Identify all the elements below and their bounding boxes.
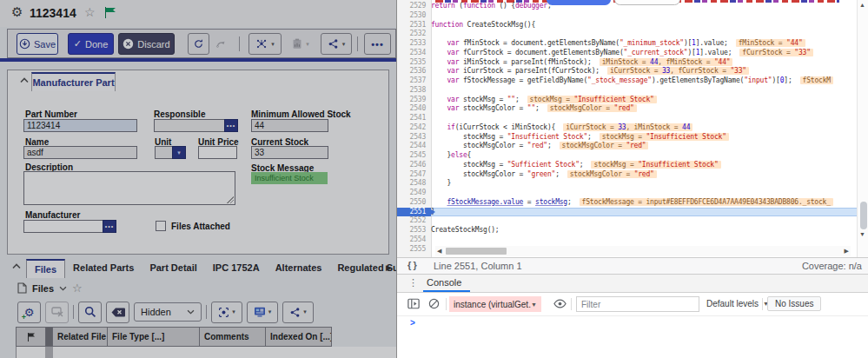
unit-input[interactable] (155, 146, 173, 159)
line-number[interactable]: 2542 (397, 123, 431, 133)
code-line-2547: 2547 stockMsgColor = "green";stockMsgCol… (397, 170, 857, 180)
line-number[interactable]: 2545 (397, 151, 431, 161)
line-number[interactable]: 2543 (397, 133, 431, 143)
name-input[interactable] (23, 146, 137, 159)
line-number[interactable]: 2551 (397, 208, 431, 217)
line-number[interactable]: 2553 (397, 226, 431, 235)
view-mode-button[interactable]: ▾ (247, 302, 278, 323)
line-number[interactable]: 2539 (397, 96, 431, 105)
console-prompt-chevron[interactable]: > (410, 318, 415, 328)
scroll-down-icon[interactable]: ▼ (859, 231, 865, 237)
overlay-pill-blue (547, 0, 611, 5)
source-editor[interactable]: 2529return (function () {debugger;253025… (397, 0, 868, 257)
line-number[interactable]: 2530 (397, 11, 431, 21)
manufacturer-picker-button[interactable]: ••• (103, 220, 116, 233)
live-expression-eye-icon[interactable] (553, 299, 567, 308)
flag-column-header[interactable] (16, 327, 46, 347)
unit-price-input[interactable] (198, 146, 237, 159)
line-number[interactable]: 2555 (397, 245, 431, 255)
line-number[interactable]: 2540 (397, 104, 431, 114)
line-number[interactable]: 2549 (397, 189, 431, 198)
line-number[interactable]: 2537 (397, 76, 431, 86)
column-header[interactable]: File Type [...] (107, 327, 200, 347)
files-grid-rows[interactable] (16, 347, 396, 358)
console-filter-input[interactable] (576, 296, 699, 312)
line-number[interactable]: 2541 (397, 114, 431, 123)
files-attached-checkbox[interactable] (156, 221, 166, 231)
tab-part-detail[interactable]: Part Detail (142, 259, 204, 278)
discard-button[interactable]: Discard (118, 33, 175, 55)
tab-files[interactable]: Files (26, 259, 65, 278)
line-number[interactable]: 2544 (397, 142, 431, 151)
structure-browser-button[interactable]: ▾ (248, 33, 282, 55)
remove-file-button[interactable] (45, 302, 69, 323)
description-textarea[interactable] (23, 171, 235, 205)
tab-ipc-1752a[interactable]: IPC 1752A (205, 259, 268, 278)
tab-related-parts[interactable]: Related Parts (65, 259, 142, 278)
execution-context-selector[interactable]: instance (virtualGet... ▼ (449, 296, 541, 312)
current-stock-input[interactable] (251, 146, 328, 159)
vertical-scrollbar[interactable]: ▲ ▼ (857, 0, 868, 257)
redo-button[interactable] (212, 33, 229, 55)
reports-button[interactable]: ▾ (286, 33, 315, 55)
line-number[interactable]: 2529 (397, 2, 431, 11)
tabs-scroll-right-icon[interactable]: ▶ (386, 263, 392, 272)
tab-manufacturer-part[interactable]: Manufacturer Part (31, 72, 116, 91)
no-issues-button[interactable]: No Issues (767, 296, 821, 311)
min-stock-input[interactable] (251, 119, 328, 132)
manufacturer-input[interactable] (23, 220, 103, 233)
console-body[interactable]: > (397, 316, 868, 358)
add-file-button[interactable]: ⚙+ (17, 302, 41, 323)
line-number[interactable]: 2533 (397, 39, 431, 49)
responsible-input[interactable] (154, 119, 225, 132)
refresh-button[interactable] (188, 33, 209, 55)
more-actions-button[interactable]: ••• (364, 33, 391, 55)
scroll-up-icon[interactable]: ▲ (859, 2, 865, 8)
line-number[interactable]: 2531 (397, 21, 431, 30)
horizontal-scrollbar[interactable]: ◀ ▶ (435, 246, 851, 256)
line-number[interactable]: 2548 (397, 179, 431, 189)
line-number[interactable]: 2536 (397, 67, 431, 76)
vertical-scroll-thumb[interactable] (860, 202, 867, 229)
pretty-print-icon[interactable]: { } (407, 260, 417, 270)
column-header[interactable]: Indexed On [...] (265, 327, 332, 347)
clear-search-button[interactable] (106, 302, 129, 323)
line-number[interactable]: 2532 (397, 30, 431, 39)
share-button[interactable]: ▾ (321, 33, 352, 55)
tab-console[interactable]: Console (427, 277, 461, 288)
column-header[interactable]: Comments (199, 327, 266, 347)
clear-console-icon[interactable] (428, 298, 440, 309)
scroll-right-icon[interactable]: ▶ (845, 248, 849, 255)
collapse-section-icon[interactable] (20, 77, 29, 83)
line-number[interactable]: 2546 (397, 161, 431, 170)
log-levels-dropdown[interactable]: Default levels ▼ (706, 299, 769, 308)
files-filter-dropdown[interactable]: Hidden (134, 302, 202, 322)
line-number[interactable]: 2547 (397, 170, 431, 180)
favorite-star-icon[interactable]: ☆ (72, 282, 83, 295)
unit-dropdown-button[interactable]: ▾ (172, 146, 186, 159)
done-button[interactable]: ✓ Done (68, 33, 114, 55)
responsible-picker-button[interactable]: ••• (224, 119, 238, 132)
line-number[interactable]: 2550 (397, 198, 431, 208)
line-number[interactable]: 2552 (397, 216, 431, 226)
app-header: ⚙ 1123414 ☆ (0, 0, 396, 27)
horizontal-scroll-thumb[interactable] (446, 248, 507, 255)
drawer-menu-icon[interactable]: ⋮ (408, 277, 418, 288)
chevron-down-icon[interactable] (59, 286, 67, 291)
line-number[interactable]: 2538 (397, 86, 431, 96)
line-number[interactable]: 2534 (397, 49, 431, 58)
part-number-input[interactable] (23, 119, 137, 132)
resize-handle[interactable] (227, 196, 234, 203)
console-sidebar-toggle-icon[interactable] (407, 298, 420, 309)
line-number[interactable]: 2535 (397, 58, 431, 68)
scroll-left-icon[interactable]: ◀ (437, 248, 441, 255)
share-grid-button[interactable]: ▾ (282, 302, 314, 323)
column-header[interactable]: Related File [... (52, 327, 108, 347)
tab-alternates[interactable]: Alternates (268, 259, 330, 278)
save-button[interactable]: Save (17, 33, 58, 55)
search-button[interactable] (78, 302, 102, 323)
line-number[interactable]: 2554 (397, 235, 431, 245)
select-mode-button[interactable]: ▾ (211, 302, 242, 323)
collapse-tabs-icon[interactable] (12, 263, 21, 269)
favorite-star-icon[interactable]: ☆ (84, 5, 96, 19)
